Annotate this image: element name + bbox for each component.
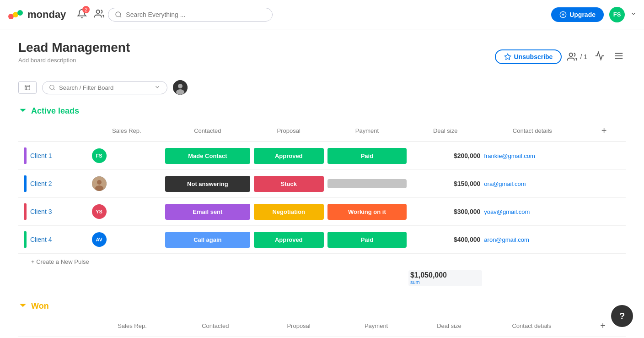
row-stripe: [24, 203, 27, 220]
board-toolbar: [18, 80, 626, 95]
filter-input[interactable]: [59, 84, 150, 91]
email-cell[interactable]: aron@gmail.com: [482, 226, 582, 254]
help-button[interactable]: ?: [611, 305, 633, 327]
row-name-inner[interactable]: Client 2: [20, 171, 88, 196]
contacted-pill[interactable]: Email sent: [165, 204, 250, 220]
section-toggle-active[interactable]: [18, 106, 27, 116]
svg-marker-22: [20, 109, 26, 112]
logo[interactable]: monday: [7, 6, 66, 23]
payment-cell[interactable]: Paid: [326, 226, 408, 254]
menu-button[interactable]: [612, 49, 626, 64]
sales-rep-cell: AV: [90, 226, 164, 254]
row-name-cell: Client 1: [18, 142, 90, 170]
payment-pill[interactable]: Working on it: [327, 204, 407, 220]
proposal-pill[interactable]: Negotiation: [254, 204, 324, 220]
deal-size-cell: $150,000: [408, 170, 482, 198]
search-box[interactable]: [108, 8, 273, 22]
page-header-actions: Unsubscribe / 1: [495, 49, 626, 64]
user-avatar[interactable]: FS: [609, 7, 625, 22]
proposal-pill[interactable]: Stuck: [254, 176, 324, 192]
add-column-button[interactable]: +: [596, 319, 609, 333]
proposal-cell[interactable]: Approved: [252, 142, 326, 170]
unsubscribe-button[interactable]: Unsubscribe: [495, 49, 562, 64]
contacted-cell[interactable]: Call again: [163, 226, 252, 254]
search-input[interactable]: [126, 11, 266, 18]
add-column-header: +: [582, 120, 626, 142]
col-header-contacted: Contacted: [171, 315, 260, 337]
col-header-contact-details: Contact details: [482, 120, 582, 142]
sales-rep-avatar[interactable]: FS: [92, 148, 107, 163]
deal-size-cell: $200,000: [408, 142, 482, 170]
sales-rep-avatar[interactable]: YS: [92, 204, 107, 219]
email-cell[interactable]: ora@gmail.com: [482, 170, 582, 198]
user-menu-chevron[interactable]: [630, 11, 637, 18]
payment-cell[interactable]: Paid: [326, 142, 408, 170]
sales-rep-cell: YS: [90, 198, 164, 226]
members-count: / 1: [580, 53, 587, 60]
chevron-down-icon: [18, 301, 27, 310]
star-icon: [504, 53, 511, 60]
notification-bell-button[interactable]: 2: [73, 5, 91, 24]
sales-rep-cell: [90, 170, 164, 198]
proposal-cell[interactable]: Approved: [252, 226, 326, 254]
section-title-won[interactable]: Won: [31, 301, 49, 311]
contacted-cell[interactable]: Made Contact: [163, 142, 252, 170]
row-name-inner[interactable]: Client 4: [20, 227, 88, 252]
layout-toggle-button[interactable]: [18, 81, 37, 94]
svg-rect-14: [25, 85, 30, 90]
add-column-button[interactable]: +: [598, 124, 611, 138]
payment-pill[interactable]: Paid: [327, 148, 407, 164]
payment-cell[interactable]: Working on it: [326, 198, 408, 226]
table-row: Client 3 YSEmail sentNegotiationWorking …: [18, 198, 626, 226]
section-toggle-won[interactable]: [18, 301, 27, 311]
contacted-cell[interactable]: Email sent: [163, 198, 252, 226]
sales-rep-avatar[interactable]: [92, 176, 107, 191]
deal-size-cell: $300,000: [408, 198, 482, 226]
proposal-cell[interactable]: Stuck: [252, 170, 326, 198]
contacted-pill[interactable]: Call again: [165, 232, 250, 248]
avatar-icon: [173, 80, 188, 95]
people-button[interactable]: [91, 5, 108, 24]
sum-extra2: [582, 270, 626, 286]
create-pulse-cell[interactable]: + Create a New Pulse: [18, 254, 626, 270]
filter-input-wrap[interactable]: [42, 81, 167, 94]
person-filter-avatar[interactable]: [173, 80, 188, 95]
contacted-pill[interactable]: Made Contact: [165, 148, 250, 164]
proposal-pill[interactable]: Approved: [254, 232, 324, 248]
filter-dropdown-button[interactable]: [154, 84, 161, 92]
col-header-name: [18, 315, 94, 337]
email-cell[interactable]: yoav@gmail.com: [482, 198, 582, 226]
row-stripe: [24, 175, 27, 192]
payment-pill[interactable]: [327, 179, 407, 188]
contacted-cell[interactable]: Not answering: [163, 170, 252, 198]
row-stripe: [24, 231, 27, 248]
create-pulse-row[interactable]: + Create a New Pulse: [18, 254, 626, 270]
col-header-deal-size: Deal size: [415, 315, 483, 337]
client-name[interactable]: Client 3: [30, 208, 52, 215]
upgrade-button[interactable]: Upgrade: [551, 7, 604, 22]
sum-extra: [482, 270, 582, 286]
row-name-cell: Client 3: [18, 198, 90, 226]
contacted-pill[interactable]: Not answering: [165, 176, 250, 192]
svg-point-17: [50, 85, 54, 89]
board-sections: Active leads Sales Rep.ContactedProposal…: [18, 106, 626, 338]
email-cell[interactable]: frankie@gmail.com: [482, 142, 582, 170]
page-subtitle[interactable]: Add board description: [18, 57, 130, 64]
row-name-inner[interactable]: Client 1: [20, 143, 88, 169]
proposal-cell[interactable]: Negotiation: [252, 198, 326, 226]
section-title-active[interactable]: Active leads: [31, 106, 79, 116]
activity-button[interactable]: [593, 49, 606, 64]
sales-rep-avatar[interactable]: AV: [92, 232, 107, 247]
svg-line-5: [120, 16, 121, 17]
client-name[interactable]: Client 2: [30, 180, 52, 187]
payment-cell[interactable]: [326, 170, 408, 198]
row-name-inner[interactable]: Client 3: [20, 199, 88, 224]
table-row: Client 2 Not answeringStuck$150,000ora@g…: [18, 170, 626, 198]
svg-point-2: [17, 10, 23, 16]
client-name[interactable]: Client 4: [30, 236, 52, 243]
payment-pill[interactable]: Paid: [327, 232, 407, 248]
col-header-proposal: Proposal: [260, 315, 338, 337]
client-name[interactable]: Client 1: [30, 152, 52, 159]
extra-col: [582, 142, 626, 170]
proposal-pill[interactable]: Approved: [254, 148, 324, 164]
